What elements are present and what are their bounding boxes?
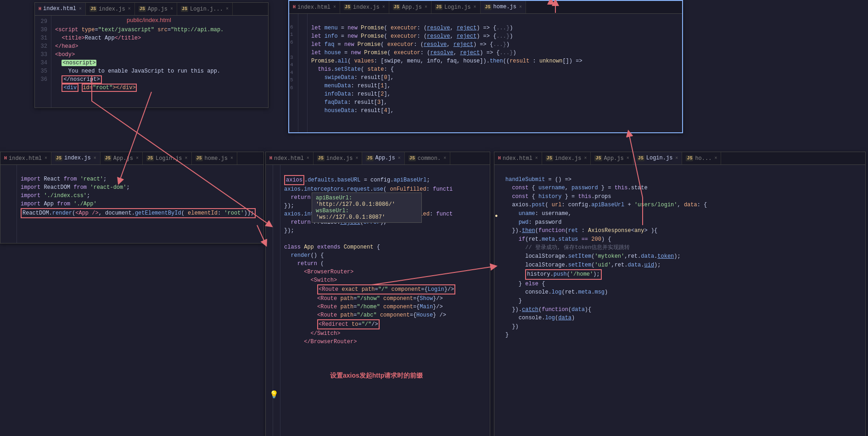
tab-label: ho...	[695, 155, 711, 162]
html-icon: H	[4, 156, 7, 161]
tab-index-js-mc[interactable]: JS index.js ×	[314, 152, 363, 164]
js-icon: JS	[317, 155, 325, 161]
js-icon: JS	[409, 155, 416, 161]
close-icon[interactable]: ×	[627, 156, 629, 161]
close-icon[interactable]: ×	[675, 156, 678, 161]
close-icon[interactable]: ×	[79, 6, 82, 11]
close-icon[interactable]: ×	[443, 156, 446, 161]
js-icon: JS	[344, 4, 351, 10]
js-icon: JS	[546, 155, 553, 161]
tab-index-js-tl[interactable]: JS index.js ×	[86, 3, 135, 15]
tab-login-js-mr[interactable]: JS Login.js ×	[633, 152, 683, 165]
middle-center-tab-bar: H ndex.html × JS index.js × JS App.js × …	[266, 152, 490, 165]
js-icon: JS	[435, 4, 442, 10]
code-content-tr: let menu = new Promise( executor: (resol…	[308, 14, 682, 132]
code-area-mr: ● handleSubmit = () => const { username,…	[494, 165, 865, 436]
close-icon[interactable]: ×	[535, 156, 538, 161]
tab-label: Login.js	[646, 155, 673, 161]
code-content-mr: handleSubmit = () => const { username, p…	[502, 165, 865, 436]
code-content-ml: import React from 'react'; import ReactD…	[17, 165, 263, 243]
js-icon: JS	[484, 4, 492, 10]
tab-index-js-mr[interactable]: JS index.js ×	[542, 152, 591, 164]
tab-login-js-tr[interactable]: JS Login.js ×	[431, 1, 481, 13]
js-icon: JS	[181, 6, 188, 12]
html-icon: H	[39, 6, 41, 11]
tab-label: common.	[418, 155, 441, 162]
close-icon[interactable]: ×	[519, 5, 522, 10]
tab-app-js-ml[interactable]: JS App.js ×	[101, 152, 143, 164]
tooltip-ws-base-url: wsBaseUrl: 'ws://127.0.0.1:8087'	[316, 208, 418, 221]
close-icon[interactable]: ×	[45, 156, 47, 161]
tab-app-js-tr[interactable]: JS App.js ×	[389, 1, 431, 13]
tab-label: index.html	[297, 4, 330, 11]
tab-label: index.js	[99, 6, 125, 12]
top-left-panel: H index.html × JS index.js × JS App.js ×…	[34, 2, 269, 108]
close-icon[interactable]: ×	[94, 156, 96, 161]
tab-label: index.js	[555, 155, 582, 162]
filename-annotation: public/index.html	[127, 17, 171, 23]
middle-left-tab-bar: H index.html × JS index.js × JS App.js ×…	[0, 152, 263, 165]
tab-app-js-tl[interactable]: JS App.js ×	[135, 3, 177, 15]
tab-index-js-tr[interactable]: JS index.js ×	[340, 1, 389, 13]
top-right-panel: H index.html × JS index.js × JS App.js ×…	[288, 0, 683, 133]
tab-index-html-mc[interactable]: H ndex.html ×	[266, 152, 314, 164]
middle-left-panel: H index.html × JS index.js × JS App.js ×…	[0, 152, 264, 243]
tab-label: ndex.html	[274, 155, 304, 162]
tab-app-js-mc[interactable]: JS App.js ×	[362, 152, 404, 165]
close-icon[interactable]: ×	[425, 5, 427, 10]
js-icon: JS	[55, 155, 62, 161]
close-icon[interactable]: ×	[230, 156, 233, 161]
close-icon[interactable]: ×	[474, 5, 476, 10]
close-icon[interactable]: ×	[170, 6, 173, 11]
close-icon[interactable]: ×	[584, 156, 587, 161]
js-icon: JS	[686, 155, 693, 161]
js-icon: JS	[139, 6, 146, 12]
top-left-tab-bar: H index.html × JS index.js × JS App.js ×…	[35, 3, 268, 16]
close-icon[interactable]: ×	[333, 5, 336, 10]
tab-label: index.html	[43, 6, 76, 12]
line-numbers-tr	[298, 14, 308, 132]
close-icon[interactable]: ×	[136, 156, 139, 161]
close-icon[interactable]: ×	[128, 6, 131, 11]
js-icon: JS	[196, 155, 203, 161]
js-icon: JS	[146, 155, 154, 161]
tab-common-mc[interactable]: JS common. ×	[405, 152, 450, 164]
tab-label: App.js	[402, 4, 422, 11]
html-icon: H	[293, 5, 296, 10]
tab-index-html-tr[interactable]: H index.html ×	[289, 1, 340, 13]
tab-home-js-ml[interactable]: JS home.js ×	[192, 152, 237, 164]
middle-right-tab-bar: H ndex.html × JS index.js × JS App.js × …	[494, 152, 865, 165]
tab-login-js-ml[interactable]: JS Login.js ×	[143, 152, 192, 164]
close-icon[interactable]: ×	[714, 156, 717, 161]
tab-label: home.js	[205, 155, 228, 162]
tab-ho-mr[interactable]: JS ho... ×	[682, 152, 721, 164]
tab-index-html-ml[interactable]: H index.html ×	[0, 152, 51, 164]
close-icon[interactable]: ×	[185, 156, 188, 161]
tab-home-js-tr[interactable]: JS home.js ×	[481, 1, 526, 14]
tab-login-js-tl[interactable]: JS Login.j... ×	[177, 3, 233, 15]
close-icon[interactable]: ×	[307, 156, 309, 161]
tab-label: index.js	[64, 155, 91, 161]
code-area-tr: 6 1 6 3 4 4 5 6 let menu = new Promise( …	[289, 14, 682, 132]
close-icon[interactable]: ×	[226, 6, 229, 11]
line-numbers-tl: 29 30 31 32 33 34 35 36	[35, 16, 51, 108]
tab-label: App.js	[113, 155, 133, 162]
tab-label: index.js	[326, 155, 353, 162]
close-icon[interactable]: ×	[398, 156, 401, 161]
js-icon: JS	[90, 6, 97, 12]
tab-label: App.js	[375, 155, 395, 161]
js-icon: JS	[393, 4, 400, 10]
js-icon: JS	[594, 155, 602, 161]
gutter-mr: ●	[494, 165, 502, 436]
tooltip-popup: apiBaseUrl: 'http://127.0.0.1:8086/' wsB…	[312, 193, 422, 223]
tab-index-js-ml[interactable]: JS index.js ×	[51, 152, 101, 165]
code-content-tl: <script type="text/javascript" src="http…	[51, 16, 268, 108]
tab-index-html-tl[interactable]: H index.html ×	[35, 3, 86, 16]
middle-center-panel: H ndex.html × JS index.js × JS App.js × …	[265, 152, 490, 436]
tab-app-js-mr[interactable]: JS App.js ×	[591, 152, 633, 164]
html-icon: H	[498, 156, 501, 161]
close-icon[interactable]: ×	[355, 156, 358, 161]
tab-label: index.js	[353, 4, 380, 11]
close-icon[interactable]: ×	[382, 5, 385, 10]
tab-index-html-mr[interactable]: H ndex.html ×	[494, 152, 542, 164]
